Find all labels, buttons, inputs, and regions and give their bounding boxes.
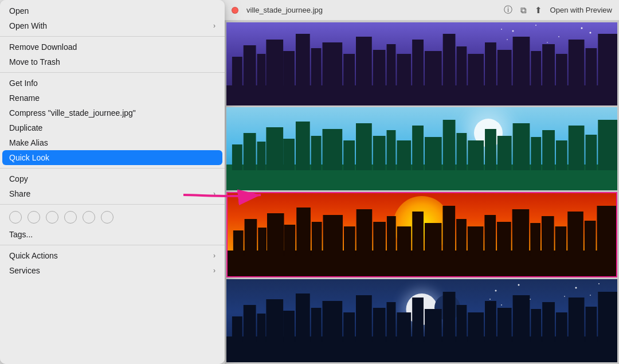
menu-item-open[interactable]: Open (0, 3, 225, 18)
svg-rect-131 (598, 292, 617, 342)
svg-rect-25 (425, 51, 442, 85)
svg-rect-49 (373, 136, 386, 170)
tag-circle-6[interactable] (101, 211, 113, 224)
tag-circle-1[interactable] (9, 211, 22, 224)
svg-rect-82 (442, 206, 455, 256)
svg-rect-111 (311, 308, 322, 342)
night-skyline-svg (226, 22, 617, 105)
window-close-button[interactable] (232, 7, 238, 14)
svg-rect-12 (244, 45, 256, 85)
svg-rect-45 (311, 136, 322, 170)
svg-rect-60 (531, 137, 541, 170)
svg-rect-30 (497, 50, 512, 85)
svg-rect-108 (266, 299, 283, 342)
svg-rect-117 (397, 312, 411, 342)
menu-item-quick-look[interactable]: Quick Look (2, 150, 222, 165)
svg-rect-110 (296, 293, 310, 342)
svg-rect-86 (497, 222, 511, 256)
context-menu: Open Open With › Remove Download Move to… (0, 0, 225, 364)
svg-rect-53 (425, 137, 442, 170)
menu-item-open-with[interactable]: Open With › (0, 18, 225, 33)
svg-rect-50 (387, 130, 396, 170)
svg-rect-16 (296, 34, 310, 85)
menu-item-copy[interactable]: Copy (0, 171, 225, 186)
city-image-day-blue (226, 107, 617, 190)
svg-rect-83 (456, 219, 467, 256)
svg-rect-105 (232, 316, 242, 342)
svg-rect-118 (412, 298, 424, 342)
sunset-skyline-svg (228, 193, 616, 276)
svg-rect-89 (542, 216, 554, 256)
open-with-preview-button[interactable]: Open with Preview (550, 6, 612, 14)
share-icon[interactable]: ⬆ (535, 5, 542, 15)
toolbar-title: ville_stade_journee.jpg (246, 6, 499, 14)
svg-rect-73 (312, 222, 322, 256)
menu-item-services[interactable]: Services › (0, 263, 225, 278)
svg-rect-112 (323, 301, 343, 342)
svg-rect-88 (530, 223, 540, 256)
svg-rect-74 (323, 215, 343, 256)
svg-rect-14 (266, 40, 283, 85)
svg-rect-70 (267, 213, 284, 256)
preview-toolbar: ville_stade_journee.jpg ⓘ ⧉ ⬆ Open with … (225, 0, 619, 21)
svg-rect-93 (597, 206, 616, 256)
menu-item-remove-download[interactable]: Remove Download (0, 40, 225, 54)
svg-rect-125 (513, 295, 530, 342)
copy-icon[interactable]: ⧉ (520, 5, 527, 15)
info-icon[interactable]: ⓘ (504, 5, 512, 15)
svg-rect-62 (556, 140, 567, 170)
svg-rect-79 (397, 226, 412, 256)
menu-item-duplicate[interactable]: Duplicate (0, 120, 225, 135)
preview-panel: ville_stade_journee.jpg ⓘ ⧉ ⬆ Open with … (225, 0, 619, 364)
svg-rect-109 (283, 311, 295, 342)
svg-rect-72 (296, 208, 311, 256)
tag-circle-3[interactable] (46, 211, 58, 224)
svg-rect-10 (226, 85, 617, 105)
menu-item-rename[interactable]: Rename (0, 91, 225, 105)
svg-rect-34 (556, 54, 567, 85)
svg-rect-75 (344, 226, 355, 256)
separator-2 (0, 72, 225, 73)
svg-rect-35 (569, 40, 585, 85)
svg-rect-84 (468, 226, 484, 256)
menu-item-move-to-trash[interactable]: Move to Trash (0, 54, 225, 69)
tag-circle-4[interactable] (64, 211, 77, 224)
tag-circle-5[interactable] (83, 211, 95, 224)
menu-item-quick-actions[interactable]: Quick Actions › (0, 248, 225, 263)
svg-rect-33 (542, 44, 555, 85)
menu-item-get-info[interactable]: Get Info (0, 76, 225, 91)
svg-rect-48 (356, 123, 372, 170)
tag-circle-2[interactable] (28, 211, 40, 224)
tags-row (0, 208, 225, 227)
menu-item-make-alias[interactable]: Make Alias (0, 135, 225, 150)
svg-rect-22 (387, 44, 396, 85)
svg-rect-24 (412, 40, 424, 85)
svg-rect-20 (356, 37, 372, 85)
svg-rect-123 (485, 301, 496, 342)
svg-rect-23 (397, 54, 411, 85)
svg-rect-122 (468, 312, 484, 342)
day-skyline-svg (226, 107, 617, 190)
chevron-icon: › (213, 22, 216, 30)
svg-rect-19 (343, 54, 355, 85)
svg-rect-120 (443, 292, 456, 342)
svg-rect-127 (542, 302, 555, 342)
svg-rect-11 (232, 57, 242, 85)
menu-item-share[interactable]: Share › (0, 186, 225, 201)
svg-rect-80 (412, 212, 424, 256)
svg-rect-128 (556, 312, 567, 342)
city-image-night-purple (226, 22, 617, 105)
svg-rect-106 (244, 305, 256, 342)
menu-item-compress[interactable]: Compress "ville_stade_journee.jpg" (0, 105, 225, 120)
menu-item-tags[interactable]: Tags... (0, 227, 225, 242)
svg-rect-31 (513, 37, 530, 85)
svg-rect-43 (283, 139, 295, 170)
svg-rect-44 (296, 122, 310, 170)
svg-rect-114 (356, 295, 372, 342)
svg-rect-55 (456, 133, 467, 170)
svg-rect-130 (585, 307, 597, 342)
night-blue-skyline-svg (226, 279, 617, 362)
svg-rect-129 (569, 298, 585, 342)
svg-rect-61 (542, 130, 555, 170)
svg-rect-32 (531, 51, 541, 85)
